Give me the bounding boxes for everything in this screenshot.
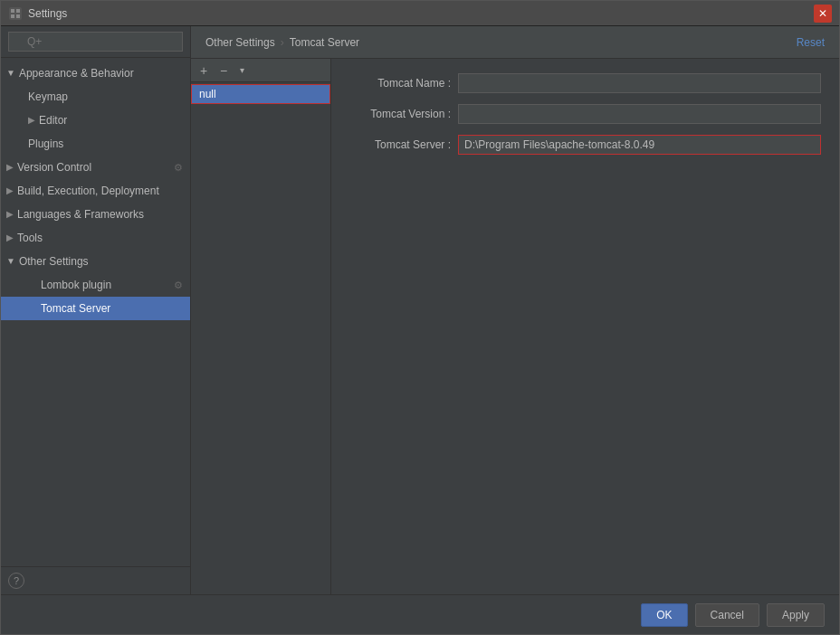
arrow-right-icon: ▶ [6, 159, 14, 175]
server-item[interactable]: null [191, 84, 330, 104]
sidebar-item-label: Keymap [28, 89, 68, 105]
config-panel: Tomcat Name : Tomcat Version : Tomcat Se… [331, 59, 839, 594]
server-list-toolbar: + − ▾ [191, 59, 330, 82]
sidebar-item-tomcat-server[interactable]: Tomcat Server [1, 297, 190, 320]
search-input[interactable] [8, 32, 183, 52]
main-content: 🔍 ▼ Appearance & Behavior Keymap ▶ Edito… [1, 26, 839, 594]
breadcrumb-part-1: Other Settings [205, 36, 275, 49]
title-bar: Settings ✕ [1, 1, 839, 26]
arrow-down-icon: ▼ [6, 253, 15, 270]
reset-button[interactable]: Reset [797, 36, 825, 49]
breadcrumb: Other Settings › Tomcat Server Reset [191, 26, 839, 59]
gear-icon: ⚙ [174, 277, 183, 293]
right-panel: Other Settings › Tomcat Server Reset + −… [191, 26, 839, 594]
breadcrumb-text: Other Settings › Tomcat Server [205, 36, 359, 49]
cancel-button[interactable]: Cancel [695, 603, 759, 627]
bottom-bar: OK Cancel Apply [1, 594, 839, 634]
tomcat-name-input[interactable] [458, 73, 821, 93]
close-button[interactable]: ✕ [814, 5, 832, 23]
help-button[interactable]: ? [8, 573, 24, 589]
sidebar-item-other-settings[interactable]: ▼ Other Settings [1, 250, 190, 273]
tomcat-name-field: Tomcat Name : [349, 73, 821, 93]
svg-rect-4 [16, 14, 20, 18]
svg-rect-2 [16, 9, 20, 13]
server-list: null [191, 82, 330, 594]
remove-server-button[interactable]: − [215, 62, 233, 80]
sidebar-item-lombok-plugin[interactable]: Lombok plugin ⚙ [1, 273, 190, 297]
arrow-down-icon: ▼ [6, 65, 15, 81]
server-dropdown-button[interactable]: ▾ [234, 62, 249, 80]
sidebar-item-label: Appearance & Behavior [19, 65, 134, 81]
sidebar-item-label: Editor [39, 112, 67, 128]
sidebar-item-label: Plugins [28, 136, 63, 152]
sidebar-item-label: Other Settings [19, 253, 89, 270]
window-title: Settings [28, 7, 814, 20]
sidebar-item-label: Version Control [17, 159, 91, 175]
tomcat-version-input[interactable] [458, 104, 821, 124]
sidebar-item-keymap[interactable]: Keymap [1, 85, 190, 109]
sidebar-item-appearance-behavior[interactable]: ▼ Appearance & Behavior [1, 62, 190, 85]
sidebar-item-plugins[interactable]: Plugins [1, 132, 190, 156]
arrow-right-icon: ▶ [6, 230, 14, 246]
sidebar-item-label: Tomcat Server [41, 300, 110, 317]
arrow-right-icon: ▶ [6, 183, 14, 199]
breadcrumb-separator: › [281, 36, 284, 49]
add-server-button[interactable]: + [195, 62, 213, 80]
search-bar: 🔍 [1, 26, 190, 58]
breadcrumb-part-2: Tomcat Server [290, 36, 359, 49]
sidebar-nav: ▼ Appearance & Behavior Keymap ▶ Editor … [1, 58, 190, 566]
tomcat-name-label: Tomcat Name : [349, 77, 458, 90]
sidebar-item-label: Build, Execution, Deployment [17, 183, 159, 199]
arrow-right-icon: ▶ [6, 206, 14, 223]
sidebar: 🔍 ▼ Appearance & Behavior Keymap ▶ Edito… [1, 26, 191, 594]
sidebar-item-label: Lombok plugin [41, 277, 111, 293]
svg-rect-3 [11, 14, 14, 18]
arrow-right-icon: ▶ [28, 112, 35, 128]
server-list-panel: + − ▾ null [191, 59, 331, 594]
tomcat-server-label: Tomcat Server : [349, 138, 458, 151]
tomcat-server-field: Tomcat Server : [349, 135, 821, 155]
sidebar-item-editor[interactable]: ▶ Editor [1, 109, 190, 132]
tomcat-version-field: Tomcat Version : [349, 104, 821, 124]
sidebar-item-version-control[interactable]: ▶ Version Control ⚙ [1, 156, 190, 179]
sidebar-item-label: Tools [17, 230, 43, 246]
sidebar-item-build-execution[interactable]: ▶ Build, Execution, Deployment [1, 179, 190, 203]
app-icon [8, 6, 23, 21]
sidebar-item-label: Languages & Frameworks [17, 206, 144, 223]
server-section: + − ▾ null Tomcat Name : [191, 59, 839, 594]
gear-icon: ⚙ [174, 159, 183, 175]
apply-button[interactable]: Apply [767, 603, 825, 627]
ok-button[interactable]: OK [641, 603, 687, 627]
sidebar-footer: ? [1, 566, 190, 594]
svg-rect-1 [11, 9, 14, 13]
sidebar-item-tools[interactable]: ▶ Tools [1, 226, 190, 250]
sidebar-item-languages-frameworks[interactable]: ▶ Languages & Frameworks [1, 203, 190, 226]
tomcat-server-input[interactable] [458, 135, 821, 155]
tomcat-version-label: Tomcat Version : [349, 108, 458, 120]
settings-window: Settings ✕ 🔍 ▼ Appearance & Behavior Ke [0, 0, 840, 635]
